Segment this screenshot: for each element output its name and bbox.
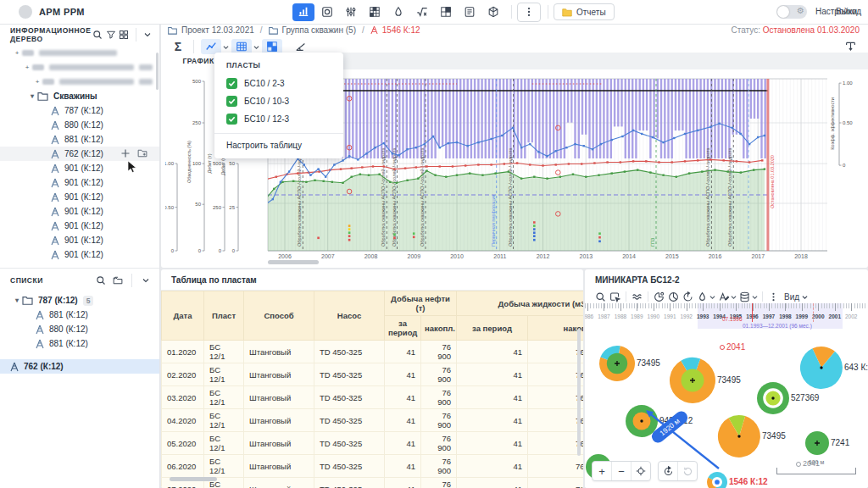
list-item[interactable]: 880 (К:12) [0,322,159,336]
tree-well-item[interactable]: 901 (К:12) [0,233,159,247]
toggle-gear-icon: ⚙ [797,6,804,15]
view-menu[interactable]: Вид [784,292,808,302]
breadcrumb-group[interactable]: Группа скважин (5) [282,25,356,35]
table-mode-caret-icon[interactable] [252,44,260,50]
report-doc-icon[interactable] [459,3,481,21]
layers-db-icon[interactable] [737,290,752,303]
reports-button[interactable]: Отчеты [554,3,615,20]
chart-horizontal-scrollbar[interactable] [268,260,319,264]
select-area-icon[interactable] [608,290,622,303]
map-well-marker[interactable] [706,471,728,488]
breadcrumb-well[interactable]: 1546 К:12 [382,25,420,35]
map-well-marker[interactable] [799,346,843,390]
layer-checkbox-item[interactable]: БС10 / 2-3 [214,75,343,92]
cube-3d-icon[interactable] [482,3,504,21]
map-droplet-icon[interactable] [695,290,709,303]
timeline-year: 1993 [697,313,709,319]
plan-gauge-icon[interactable] [316,3,338,21]
map-well-marker[interactable] [756,381,790,415]
locate-button[interactable] [632,462,650,480]
mosaic-2-icon[interactable] [435,3,457,21]
table-vertical-scrollbar[interactable] [577,329,581,456]
lists-search-icon[interactable] [92,275,109,286]
droplet-icon[interactable] [387,3,409,21]
line-chart-caret-icon[interactable] [221,44,230,50]
logout-link[interactable]: Выход [836,7,861,16]
label-edit-icon[interactable] [716,290,731,303]
svg-text:0: 0 [843,163,846,168]
map-well-marker[interactable] [598,345,636,382]
droplet-caret-icon[interactable] [709,294,716,300]
tree-well-item[interactable]: 901 (К:12) [0,175,159,190]
list-item-selected[interactable]: 762 (К:12) [0,359,159,374]
map-well-label: 73495 [717,375,741,385]
table-horizontal-scrollbar[interactable] [170,477,217,481]
lists-chevron-icon[interactable] [137,275,154,286]
column-subheader: накопл. [528,316,584,341]
map-well-marker[interactable] [669,357,716,404]
search-icon[interactable] [91,30,103,40]
timeline-current-marker [752,303,753,322]
sum-icon[interactable]: Σ [168,39,188,54]
label-edit-caret-icon[interactable] [731,294,737,300]
transpose-icon[interactable] [845,41,856,52]
checkbox-checked-icon [226,96,237,107]
tree-node-redacted[interactable]: + [0,60,159,75]
map-more-icon[interactable] [766,290,781,303]
tree-well-item[interactable]: 881 (К:12) [0,132,159,147]
map-search-icon[interactable] [593,290,608,303]
tree-well-item[interactable]: 901 (К:12) [0,219,159,233]
tree-well-item[interactable]: 901 (К:12) [0,190,159,204]
svg-text:25: 25 [229,205,235,210]
more-menu-icon[interactable] [517,3,541,22]
table-row: 02.2020БС 12/1ШтанговыйTD 450-3254176 90… [162,363,584,386]
tree-well-item[interactable]: 901 (К:12) [0,204,159,219]
tune-icon[interactable] [340,3,362,21]
tree-node-redacted[interactable]: + [0,75,159,89]
add-to-folder-icon [137,148,147,158]
breadcrumb-project[interactable]: Проект 12.03.2021 [181,25,254,35]
reset-rotation-button[interactable] [678,462,697,480]
map-well-marker[interactable] [625,404,659,438]
app-logo [19,5,32,19]
map-well-marker[interactable] [717,414,761,458]
lists-folder-icon[interactable] [109,275,126,286]
zoom-in-button[interactable]: + [593,462,612,480]
layer-checkbox-item[interactable]: БС10 / 10-3 [214,92,343,110]
layer-checkbox-item[interactable]: БС10 / 12-3 [214,110,343,128]
column-subheader: за период [457,316,528,341]
collapse-chevron-icon[interactable] [142,30,154,40]
top-bar: АРМ РРМ Отчеты ⚙ Настройки Выход [0,0,868,25]
tree-well-item[interactable]: 762 (К:12) [0,147,159,161]
pie-chart-icon[interactable] [666,290,681,303]
svg-text:2012: 2012 [537,253,550,259]
tree-node-redacted[interactable]: + [0,46,159,60]
tree-well-item[interactable]: 787 (К:12) [0,103,159,118]
mosaic-icon[interactable] [364,3,386,21]
svg-text:0: 0 [219,248,222,253]
timeline-year: 1988 [615,313,626,319]
grid-icon[interactable] [117,30,130,40]
minimap-timeline[interactable]: 1986198719881989199019911992199319941995… [585,303,868,330]
theme-toggle[interactable]: ⚙ [776,5,807,19]
configure-table-item[interactable]: Настроить таблицу [214,134,343,158]
list-item[interactable]: 881 (К:12) [0,336,159,351]
map-well-marker[interactable] [804,430,830,456]
layers-db-caret-icon[interactable] [752,294,759,300]
svg-text:250: 250 [192,120,202,125]
filter-icon[interactable] [104,30,117,40]
tree-folder-wells[interactable]: ▾Скважины [0,89,159,103]
rotate-map-button[interactable] [659,462,678,480]
tree-well-item[interactable]: 880 (К:12) [0,118,159,132]
svg-text:2016: 2016 [709,253,722,259]
zoom-out-button[interactable]: − [612,462,632,480]
pie-settings-icon[interactable] [652,290,666,303]
column-group-header: Добыча жидкости (м3) [457,291,584,316]
well-analytics-icon[interactable] [292,3,314,21]
pie-refresh-icon[interactable] [681,290,695,303]
list-folder[interactable]: ▾787 (К:12)5 [0,293,159,308]
waves-icon[interactable] [630,290,644,303]
list-item[interactable]: 881 (К:12) [0,308,159,322]
sqrt-icon[interactable] [411,3,433,21]
tree-well-item[interactable]: 901 (К:12) [0,247,159,262]
